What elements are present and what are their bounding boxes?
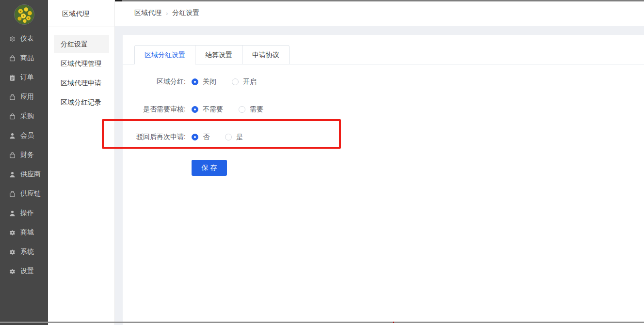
radio-icon[interactable] <box>232 78 239 85</box>
sidebar-item-label: 会员 <box>20 131 34 140</box>
tab-application-agreement[interactable]: 申请协议 <box>242 45 290 64</box>
radio-option-not-needed[interactable]: 不需要 <box>192 105 223 114</box>
secondary-nav: 分红设置 区域代理管理 区域代理申请 区域分红记录 <box>48 27 114 111</box>
bag-icon <box>9 190 16 198</box>
content-outer: 区域分红设置 结算设置 申请协议 区域分红: 关闭 <box>115 26 644 325</box>
sidebar-item-apps[interactable]: 应用 <box>0 87 48 107</box>
secondary-sidebar: 区域代理 分红设置 区域代理管理 区域代理申请 区域分红记录 <box>48 0 115 325</box>
gauge-icon <box>9 35 16 43</box>
sidebar-item-suppliers[interactable]: 供应商 <box>0 165 48 184</box>
radio-icon[interactable] <box>225 134 232 140</box>
sidebar-item-supply-chain[interactable]: 供应链 <box>0 184 48 203</box>
order-icon <box>9 74 16 81</box>
radio-label: 开启 <box>243 77 257 86</box>
form-row-reapply-after-reject: 驳回后再次申请: 否 是 <box>123 132 644 142</box>
bottom-edge-red-mark <box>393 322 394 323</box>
bag-icon <box>9 93 16 101</box>
breadcrumb-separator-icon: › <box>166 10 168 17</box>
save-button[interactable]: 保 存 <box>192 160 227 176</box>
radio-option-open[interactable]: 开启 <box>232 77 257 86</box>
dividend-settings-form: 区域分红: 关闭 开启 是 <box>123 64 644 176</box>
avatar[interactable] <box>14 4 34 25</box>
sidebar-item-label: 仪表 <box>20 34 34 43</box>
sidebar-item-label: 商品 <box>20 54 34 62</box>
sidebar-item-label: 供应商 <box>20 170 41 179</box>
window-top-dark-segment <box>115 0 122 1</box>
bag-icon <box>9 152 16 159</box>
sidebar-item-purchase[interactable]: 采购 <box>0 107 48 126</box>
field-label: 是否需要审核: <box>123 105 186 114</box>
sidebar-item-label: 操作 <box>20 209 34 217</box>
menu-item-dividend-records[interactable]: 区域分红记录 <box>54 93 109 111</box>
radio-option-yes[interactable]: 是 <box>225 133 243 141</box>
field-label: 区域分红: <box>123 77 186 86</box>
menu-item-agent-management[interactable]: 区域代理管理 <box>54 54 109 73</box>
radio-group-area-dividend: 关闭 开启 <box>192 77 257 86</box>
sidebar-item-label: 订单 <box>20 73 34 82</box>
sidebar-item-label: 财务 <box>20 151 34 159</box>
sidebar-item-operations[interactable]: 操作 <box>0 203 48 223</box>
radio-icon[interactable] <box>239 106 245 113</box>
gear-icon <box>9 229 16 236</box>
form-row-need-review: 是否需要审核: 不需要 需要 <box>123 105 644 114</box>
sidebar-item-label: 供应链 <box>20 189 41 198</box>
sidebar-item-dashboard[interactable]: 仪表 <box>0 29 48 48</box>
sidebar-item-label: 商城 <box>20 228 34 237</box>
person-icon <box>9 210 16 217</box>
radio-label: 关闭 <box>203 77 216 86</box>
radio-label: 是 <box>236 133 243 141</box>
person-icon <box>9 132 16 139</box>
form-row-area-dividend: 区域分红: 关闭 开启 <box>123 77 644 87</box>
admin-app: 仪表 商品 订单 应用 采购 会员 财务 供应商 供应链 操作 商城 系统 设置… <box>0 0 644 325</box>
person-icon <box>9 171 16 178</box>
secondary-sidebar-title: 区域代理 <box>48 0 114 27</box>
sidebar-item-mall[interactable]: 商城 <box>0 223 48 242</box>
window-top-edge <box>115 0 644 1</box>
sidebar-item-label: 采购 <box>20 112 34 121</box>
breadcrumb-item-area-agent[interactable]: 区域代理 <box>134 9 161 17</box>
window-bottom-edge <box>0 322 644 323</box>
radio-icon[interactable] <box>192 78 198 85</box>
primary-sidebar: 仪表 商品 订单 应用 采购 会员 财务 供应商 供应链 操作 商城 系统 设置 <box>0 0 48 325</box>
tab-area-dividend-settings[interactable]: 区域分红设置 <box>134 45 195 64</box>
menu-item-agent-application[interactable]: 区域代理申请 <box>54 74 109 92</box>
sidebar-item-orders[interactable]: 订单 <box>0 68 48 87</box>
breadcrumb: 区域代理 › 分红设置 <box>115 0 644 26</box>
gear-icon <box>9 248 16 256</box>
tab-bar: 区域分红设置 结算设置 申请协议 <box>123 45 644 64</box>
radio-option-close[interactable]: 关闭 <box>192 77 216 86</box>
main-area: 区域代理 › 分红设置 区域分红设置 结算设置 申请协议 区域分红: <box>115 0 644 325</box>
sidebar-item-settings[interactable]: 设置 <box>0 262 48 281</box>
radio-label: 需要 <box>250 105 263 114</box>
radio-option-no[interactable]: 否 <box>192 133 209 141</box>
field-label: 驳回后再次申请: <box>123 133 186 141</box>
bag-icon <box>9 55 16 62</box>
radio-group-need-review: 不需要 需要 <box>192 105 263 114</box>
sidebar-item-system[interactable]: 系统 <box>0 242 48 262</box>
menu-item-dividend-settings[interactable]: 分红设置 <box>54 35 109 53</box>
sidebar-item-label: 设置 <box>20 267 34 276</box>
breadcrumb-item-dividend-settings: 分红设置 <box>172 9 199 17</box>
primary-nav: 仪表 商品 订单 应用 采购 会员 财务 供应商 供应链 操作 商城 系统 设置 <box>0 29 48 281</box>
radio-label: 否 <box>203 133 209 141</box>
gear-icon <box>9 268 16 275</box>
sidebar-item-label: 系统 <box>20 248 34 256</box>
sidebar-item-label: 应用 <box>20 93 34 101</box>
radio-icon[interactable] <box>192 106 198 113</box>
avatar-wrap <box>0 0 48 28</box>
radio-group-reapply-after-reject: 否 是 <box>192 133 243 141</box>
sidebar-item-finance[interactable]: 财务 <box>0 145 48 165</box>
bag-icon <box>9 113 16 120</box>
radio-option-needed[interactable]: 需要 <box>239 105 263 114</box>
sidebar-item-goods[interactable]: 商品 <box>0 48 48 68</box>
radio-label: 不需要 <box>203 105 223 114</box>
radio-icon[interactable] <box>192 134 198 140</box>
settings-card: 区域分红设置 结算设置 申请协议 区域分红: 关闭 <box>123 35 644 325</box>
sidebar-item-members[interactable]: 会员 <box>0 126 48 145</box>
tab-settlement-settings[interactable]: 结算设置 <box>195 45 242 64</box>
